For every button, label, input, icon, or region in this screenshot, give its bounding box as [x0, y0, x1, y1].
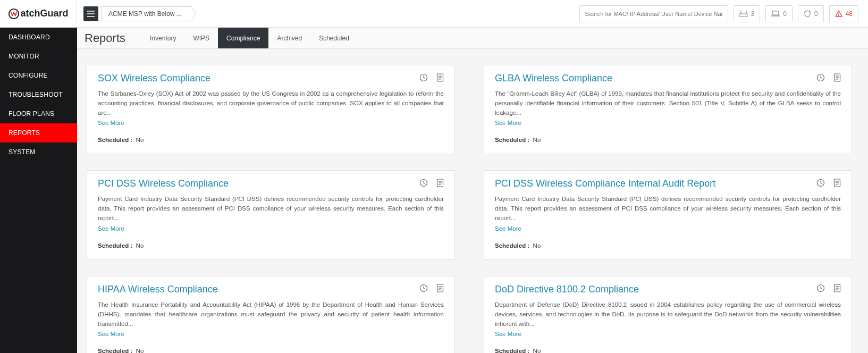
view-report-button[interactable] [436, 284, 444, 295]
report-title-link[interactable]: HIPAA Wireless Compliance [98, 284, 222, 295]
alert-icon [835, 10, 842, 18]
view-report-button[interactable] [833, 179, 841, 189]
schedule-button[interactable] [816, 284, 825, 295]
svg-point-10 [838, 15, 839, 16]
watchguard-w-icon [8, 8, 20, 20]
report-description: The Sarbanes-Oxley (SOX) Act of 2002 was… [98, 89, 444, 117]
report-title-link[interactable]: DoD Directive 8100.2 Compliance [495, 284, 643, 295]
top-aux: ACME MSP with Below ... [83, 6, 192, 21]
page-title: Reports [85, 31, 125, 45]
document-icon [833, 284, 841, 292]
nav-item-troubleshoot[interactable]: TROUBLESHOOT [0, 85, 77, 104]
nav-item-dashboard[interactable]: DASHBOARD [0, 28, 77, 47]
schedule-icon [419, 284, 428, 292]
stat-routers[interactable]: 3 [734, 5, 761, 22]
laptop-icon [771, 11, 780, 17]
report-description: Payment Card Industry Data Security Stan… [495, 195, 841, 223]
report-scheduled: Scheduled : No [495, 242, 841, 249]
schedule-button[interactable] [419, 73, 428, 84]
schedule-button[interactable] [419, 284, 428, 295]
report-description: The "Gramm-Leach Bliley Act" (GLBA) of 1… [495, 89, 841, 117]
stat-routers-value: 3 [751, 10, 755, 18]
report-card: SOX Wireless ComplianceThe Sarbanes-Oxle… [87, 65, 455, 154]
see-more-link[interactable]: See More [98, 331, 124, 337]
svg-rect-4 [739, 14, 748, 16]
tab-inventory[interactable]: Inventory [141, 28, 184, 48]
document-icon [436, 179, 444, 187]
report-card: HIPAA Wireless ComplianceThe Health Insu… [87, 276, 455, 353]
view-report-button[interactable] [833, 284, 841, 295]
schedule-icon [816, 73, 825, 82]
nav-item-monitor[interactable]: MONITOR [0, 47, 77, 66]
search-input[interactable] [579, 5, 728, 22]
report-title-link[interactable]: GLBA Wireless Compliance [495, 73, 617, 84]
left-nav: DASHBOARDMONITORCONFIGURETROUBLESHOOTFLO… [0, 28, 77, 353]
see-more-link[interactable]: See More [495, 331, 521, 337]
report-title-link[interactable]: SOX Wireless Compliance [98, 73, 215, 84]
svg-rect-2 [87, 13, 95, 14]
brand-logo: atchGuard [8, 8, 68, 20]
svg-rect-7 [772, 11, 779, 15]
tab-archived[interactable]: Archived [268, 28, 310, 48]
see-more-link[interactable]: See More [98, 225, 124, 232]
stat-shields-value: 0 [814, 10, 818, 18]
shield-icon [804, 10, 811, 18]
document-icon [436, 73, 444, 82]
report-scheduled: Scheduled : No [98, 137, 444, 143]
card-head: HIPAA Wireless Compliance [98, 284, 444, 295]
nav-item-configure[interactable]: CONFIGURE [0, 66, 77, 85]
svg-rect-3 [87, 16, 95, 17]
report-scheduled: Scheduled : No [98, 348, 444, 353]
card-icons [816, 284, 841, 295]
content-area: SOX Wireless ComplianceThe Sarbanes-Oxle… [77, 49, 868, 353]
schedule-button[interactable] [419, 179, 428, 189]
card-icons [419, 284, 444, 295]
report-scheduled: Scheduled : No [98, 242, 444, 249]
schedule-button[interactable] [816, 179, 825, 189]
tab-scheduled[interactable]: Scheduled [310, 28, 358, 48]
nav-item-reports[interactable]: REPORTS [0, 123, 77, 142]
stat-alerts[interactable]: 48 [829, 5, 858, 22]
document-icon [436, 284, 444, 292]
report-card: GLBA Wireless ComplianceThe "Gramm-Leach… [484, 65, 852, 154]
report-scheduled: Scheduled : No [495, 348, 841, 353]
view-report-button[interactable] [436, 73, 444, 84]
tab-wips[interactable]: WIPS [184, 28, 218, 48]
nav-item-system[interactable]: SYSTEM [0, 142, 77, 162]
stat-alerts-value: 48 [846, 10, 853, 18]
stat-laptops-value: 0 [783, 10, 787, 18]
card-head: GLBA Wireless Compliance [495, 73, 841, 84]
schedule-icon [419, 73, 428, 82]
card-head: SOX Wireless Compliance [98, 73, 444, 84]
report-title-link[interactable]: PCI DSS Wireless Compliance [98, 178, 233, 189]
report-card: DoD Directive 8100.2 ComplianceDepartmen… [484, 276, 852, 353]
card-head: PCI DSS Wireless Compliance [98, 178, 444, 189]
breadcrumb[interactable]: ACME MSP with Below ... [102, 6, 192, 21]
nav-item-floorplans[interactable]: FLOOR PLANS [0, 104, 77, 123]
report-title-link[interactable]: PCI DSS Wireless Compliance Internal Aud… [495, 178, 720, 189]
breadcrumb-label: ACME MSP with Below ... [108, 10, 182, 18]
menu-toggle-button[interactable] [83, 6, 98, 21]
view-report-button[interactable] [436, 179, 444, 189]
brand-text: atchGuard [20, 8, 68, 19]
schedule-button[interactable] [816, 73, 825, 84]
card-icons [419, 73, 444, 84]
logo-box: atchGuard [0, 0, 77, 28]
document-icon [833, 179, 841, 187]
tab-bar: InventoryWIPSComplianceArchivedScheduled [141, 28, 358, 48]
svg-rect-1 [87, 11, 95, 12]
see-more-link[interactable]: See More [98, 120, 124, 126]
tab-compliance[interactable]: Compliance [218, 28, 268, 48]
stat-laptops[interactable]: 0 [765, 5, 793, 22]
see-more-link[interactable]: See More [495, 225, 521, 232]
stat-shields[interactable]: 0 [798, 5, 824, 22]
view-report-button[interactable] [833, 73, 841, 84]
see-more-link[interactable]: See More [495, 120, 521, 126]
page-head: Reports InventoryWIPSComplianceArchivedS… [77, 28, 868, 49]
card-icons [816, 179, 841, 189]
top-right: 3 0 0 48 [579, 5, 868, 22]
card-icons [816, 73, 841, 84]
report-card-grid: SOX Wireless ComplianceThe Sarbanes-Oxle… [87, 65, 852, 353]
hamburger-icon [87, 11, 95, 17]
report-scheduled: Scheduled : No [495, 137, 841, 143]
